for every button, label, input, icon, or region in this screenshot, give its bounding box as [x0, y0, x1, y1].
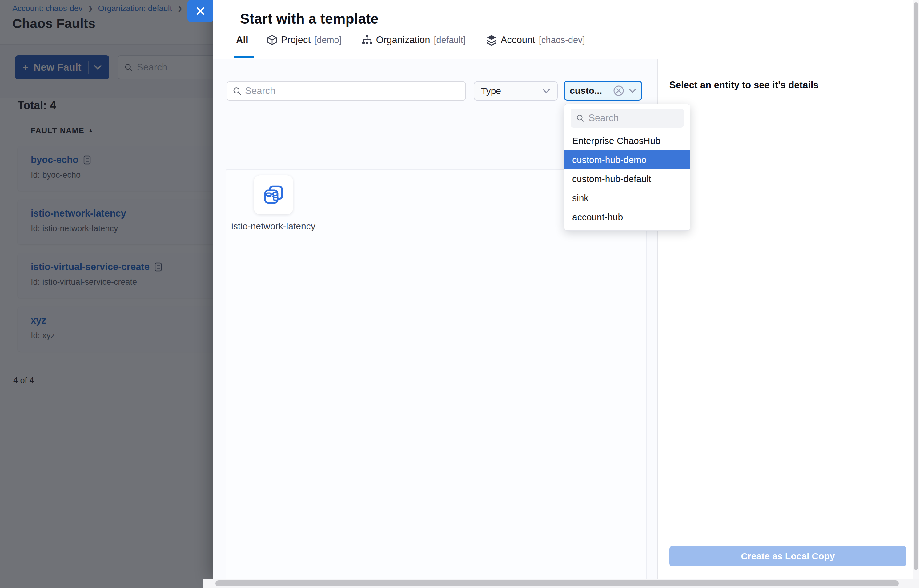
- hub-option-custom-hub-default[interactable]: custom-hub-default: [564, 170, 690, 189]
- type-filter-dropdown[interactable]: Type: [474, 81, 558, 100]
- fault-template-icon: [263, 184, 284, 206]
- tab-account[interactable]: Account [chaos-dev]: [486, 34, 585, 45]
- tab-project-scope: [demo]: [314, 35, 342, 45]
- start-with-template-modal: Start with a template All Project [demo]: [213, 0, 913, 579]
- chevron-down-icon: [542, 89, 550, 94]
- tab-account-scope: [chaos-dev]: [539, 35, 585, 45]
- hub-filter-dropdown[interactable]: custo...: [564, 81, 642, 100]
- template-search-input[interactable]: [245, 86, 460, 97]
- horizontal-scrollbar[interactable]: [203, 579, 919, 588]
- hub-option-sink[interactable]: sink: [564, 189, 690, 208]
- layers-icon: [486, 34, 497, 45]
- hub-dropdown-search-input[interactable]: [588, 113, 678, 124]
- details-placeholder-text: Select an entity to see it's details: [669, 80, 819, 91]
- close-icon: [195, 6, 205, 16]
- tab-all[interactable]: All: [236, 34, 248, 45]
- tab-organization[interactable]: Organization [default]: [362, 34, 466, 45]
- cube-icon: [267, 34, 277, 45]
- vertical-scrollbar-thumb[interactable]: [914, 2, 918, 570]
- horizontal-scrollbar-thumb[interactable]: [216, 580, 899, 586]
- hub-dropdown-popover: Enterprise ChaosHub custom-hub-demo cust…: [564, 104, 690, 231]
- template-card-istio-network-latency[interactable]: [254, 175, 293, 214]
- hub-option-custom-hub-demo[interactable]: custom-hub-demo: [564, 150, 690, 170]
- hub-option-enterprise-chaoshub[interactable]: Enterprise ChaosHub: [564, 131, 690, 150]
- search-icon: [233, 86, 241, 95]
- entity-details-pane: Select an entity to see it's details Cre…: [658, 59, 913, 579]
- hub-option-account-hub[interactable]: account-hub: [564, 208, 690, 227]
- template-search-box: [227, 81, 466, 100]
- create-as-local-copy-button[interactable]: Create as Local Copy: [669, 546, 906, 567]
- tab-organization-scope: [default]: [434, 35, 466, 45]
- vertical-scrollbar[interactable]: [913, 0, 919, 588]
- modal-title: Start with a template: [240, 10, 379, 27]
- tab-project[interactable]: Project [demo]: [267, 34, 342, 45]
- hub-dropdown-search-box: [571, 108, 684, 128]
- chevron-down-icon: [629, 89, 636, 93]
- hub-filter-value: custo...: [570, 86, 608, 96]
- scope-tabs: All Project [demo] Organization [defau: [236, 34, 585, 45]
- active-tab-indicator: [234, 56, 254, 58]
- template-card-label: istio-network-latency: [230, 220, 316, 233]
- close-button[interactable]: [188, 0, 213, 22]
- search-icon: [576, 113, 584, 123]
- hierarchy-icon: [362, 34, 373, 45]
- clear-filter-icon[interactable]: [613, 85, 624, 97]
